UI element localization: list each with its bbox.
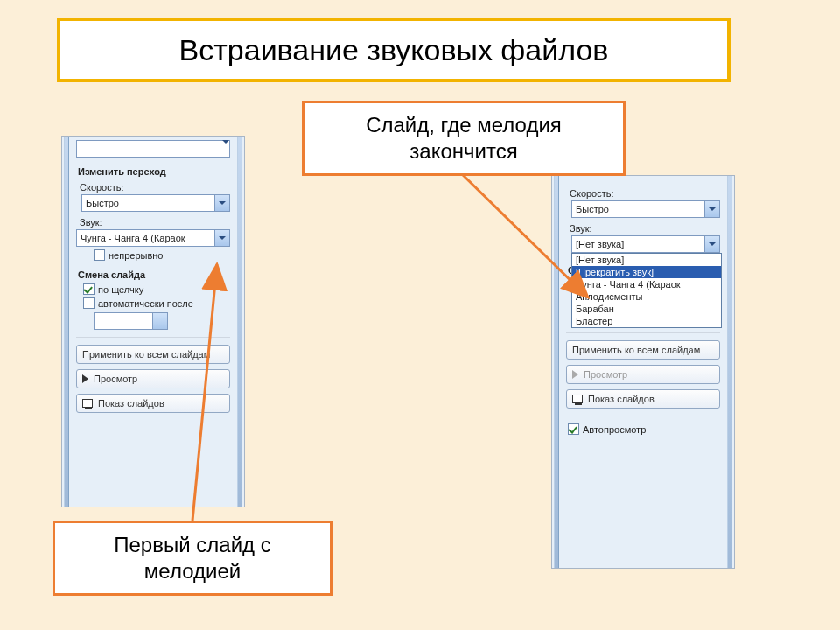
group-header-advance: Смена слайда <box>78 270 232 280</box>
slide-title-box: Встраивание звуковых файлов <box>57 18 731 82</box>
sound-option[interactable]: Бластер <box>572 315 721 327</box>
auto-after-time-spinner[interactable] <box>94 312 168 330</box>
callout-first-slide-text: Первый слайд с мелодией <box>114 533 270 583</box>
preview-label: Просмотр <box>94 374 137 384</box>
pane-scrollbar-right[interactable] <box>237 136 242 507</box>
sound-option[interactable]: Аплодисменты <box>572 290 721 303</box>
chevron-down-icon <box>222 140 229 154</box>
speed-value: Быстро <box>82 198 214 208</box>
loop-label: непрерывно <box>108 250 163 261</box>
chevron-down-icon <box>709 242 716 246</box>
sound-option[interactable]: [Нет звука] <box>572 254 721 266</box>
apply-all-label: Применить ко всем слайдам <box>572 345 700 355</box>
loop-checkbox[interactable] <box>94 249 105 261</box>
drop-button-icon[interactable] <box>214 230 229 246</box>
sound-value: Чунга - Чанга 4 (Караок <box>77 233 214 243</box>
slideshow-label: Показ слайдов <box>98 398 164 409</box>
apply-all-button[interactable]: Применить ко всем слайдам <box>76 345 230 364</box>
label-speed: Скорость: <box>80 182 232 192</box>
play-icon <box>82 374 88 383</box>
screen-icon <box>572 395 583 403</box>
auto-after-checkbox[interactable] <box>83 298 94 309</box>
autopreview-checkbox[interactable] <box>568 424 579 435</box>
sound-option[interactable]: Чунга - Чанга 4 (Караок <box>572 278 721 290</box>
label-speed: Скорость: <box>570 188 722 199</box>
drop-button-icon[interactable] <box>222 144 229 154</box>
slideshow-label: Показ слайдов <box>588 394 654 404</box>
speed-dropdown[interactable]: Быстро <box>571 200 720 218</box>
label-sound: Звук: <box>570 223 722 234</box>
chevron-down-icon <box>219 236 226 240</box>
speed-value: Быстро <box>572 204 704 214</box>
chevron-down-icon <box>709 207 716 211</box>
on-click-checkbox[interactable] <box>83 284 94 295</box>
autopreview-label: Автопросмотр <box>583 424 646 435</box>
preview-button[interactable]: Просмотр <box>76 369 230 388</box>
chevron-down-icon <box>219 201 226 205</box>
callout-end-slide: Слайд, где мелодия закончится <box>302 101 626 176</box>
apply-all-label: Применить ко всем слайдам <box>82 349 210 360</box>
group-header-transition: Изменить переход <box>78 166 232 177</box>
sound-dropdown[interactable]: [Нет звука] <box>571 235 720 253</box>
sound-dropdown-list[interactable]: [Нет звука] [Прекратить звук] Чунга - Ча… <box>571 253 722 328</box>
divider <box>76 337 230 338</box>
drop-button-icon[interactable] <box>704 236 719 252</box>
sound-dropdown[interactable]: Чунга - Чанга 4 (Караок <box>76 229 230 247</box>
drop-button-icon[interactable] <box>704 201 719 217</box>
spinner-buttons-icon[interactable] <box>152 313 167 329</box>
slideshow-button[interactable]: Показ слайдов <box>566 389 720 409</box>
slideshow-button[interactable]: Показ слайдов <box>76 394 230 413</box>
preview-button[interactable]: Просмотр <box>566 365 720 384</box>
sound-value: [Нет звука] <box>572 239 704 249</box>
on-click-label: по щелчку <box>98 284 144 295</box>
transition-pane-right: Скорость: Быстро Звук: [Нет звука] [Нет … <box>551 175 735 569</box>
sound-option-selected[interactable]: [Прекратить звук] <box>572 266 721 278</box>
pane-scrollbar-right[interactable] <box>727 176 732 568</box>
divider <box>566 416 720 416</box>
play-icon <box>572 370 578 379</box>
slide-title: Встраивание звуковых файлов <box>179 33 609 67</box>
screen-icon <box>82 399 93 408</box>
sound-option[interactable]: Барабан <box>572 303 721 315</box>
apply-all-button[interactable]: Применить ко всем слайдам <box>566 340 720 360</box>
pane-scrollbar-left[interactable] <box>64 136 69 507</box>
auto-after-label: автоматически после <box>98 298 193 309</box>
pane-scrollbar-left[interactable] <box>554 176 559 568</box>
callout-first-slide: Первый слайд с мелодией <box>52 521 332 596</box>
callout-end-slide-text: Слайд, где мелодия закончится <box>366 113 562 163</box>
speed-dropdown[interactable]: Быстро <box>81 194 230 212</box>
effect-dropdown-clipped[interactable] <box>76 140 230 158</box>
preview-label: Просмотр <box>584 369 627 380</box>
drop-button-icon[interactable] <box>214 195 229 211</box>
label-sound: Звук: <box>80 217 232 228</box>
divider <box>566 332 720 333</box>
transition-pane-left: Изменить переход Скорость: Быстро Звук: … <box>61 136 245 508</box>
